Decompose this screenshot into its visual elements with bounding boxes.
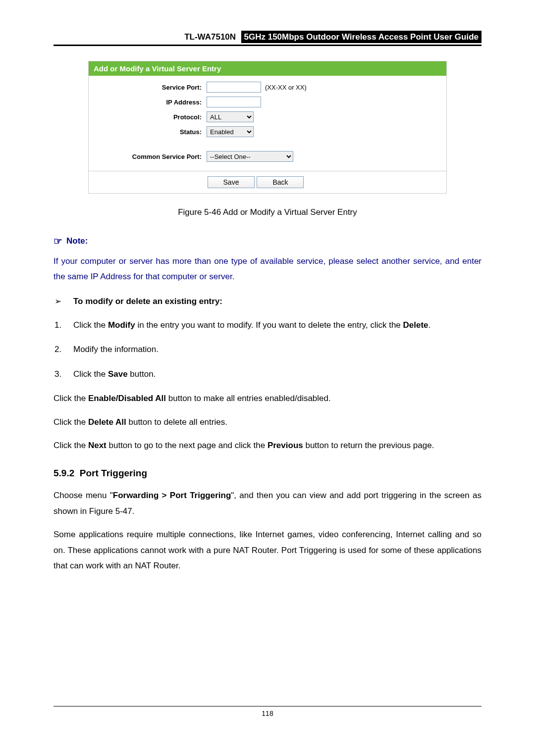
- paragraph: Click the Next button to go to the next …: [54, 438, 482, 453]
- note-text: If your computer or server has more than…: [54, 254, 482, 284]
- page-number: 118: [262, 709, 273, 717]
- paragraph: Click the Delete All button to delete al…: [54, 414, 482, 430]
- header-rule: [54, 45, 482, 46]
- common-service-port-select[interactable]: --Select One--: [207, 151, 293, 162]
- common-service-port-label: Common Service Port:: [93, 153, 207, 160]
- list-item: 2. Modify the information.: [54, 342, 482, 357]
- protocol-label: Protocol:: [93, 113, 207, 121]
- section-heading: 5.9.2 Port Triggering: [54, 468, 482, 479]
- virtual-server-form-panel: Add or Modify a Virtual Server Entry Ser…: [88, 61, 447, 194]
- paragraph: Choose menu "Forwarding > Port Triggerin…: [54, 488, 482, 519]
- list-item: 1. Click the Modify in the entry you wan…: [54, 317, 482, 333]
- ip-address-label: IP Address:: [93, 99, 207, 106]
- note-heading: ☞ Note:: [54, 235, 482, 247]
- ip-address-input[interactable]: [207, 97, 261, 107]
- service-port-input[interactable]: [207, 82, 261, 93]
- paragraph: Some applications require multiple conne…: [54, 527, 482, 573]
- modify-heading-line: ➢ To modify or delete an existing entry:: [54, 294, 482, 309]
- back-button[interactable]: Back: [257, 176, 304, 188]
- figure-caption: Figure 5-46 Add or Modify a Virtual Serv…: [54, 207, 482, 217]
- note-label: Note:: [66, 236, 88, 246]
- status-select[interactable]: Enabled: [207, 126, 254, 137]
- modify-heading: To modify or delete an existing entry:: [73, 294, 222, 309]
- document-header: TL-WA7510N 5GHz 150Mbps Outdoor Wireless…: [54, 32, 482, 42]
- document-title: 5GHz 150Mbps Outdoor Wireless Access Poi…: [241, 31, 482, 43]
- list-item: 3. Click the Save button.: [54, 366, 482, 382]
- protocol-select[interactable]: ALL: [207, 111, 254, 122]
- arrow-icon: ➢: [54, 294, 73, 309]
- paragraph: Click the Enable/Disabled All button to …: [54, 391, 482, 406]
- status-label: Status:: [93, 128, 207, 136]
- pointing-hand-icon: ☞: [54, 235, 62, 247]
- page-footer: 118: [54, 706, 482, 717]
- form-panel-title: Add or Modify a Virtual Server Entry: [89, 61, 446, 76]
- service-port-hint: (XX-XX or XX): [265, 84, 307, 91]
- model-name: TL-WA7510N: [184, 32, 236, 42]
- service-port-label: Service Port:: [93, 84, 207, 91]
- save-button[interactable]: Save: [208, 176, 255, 188]
